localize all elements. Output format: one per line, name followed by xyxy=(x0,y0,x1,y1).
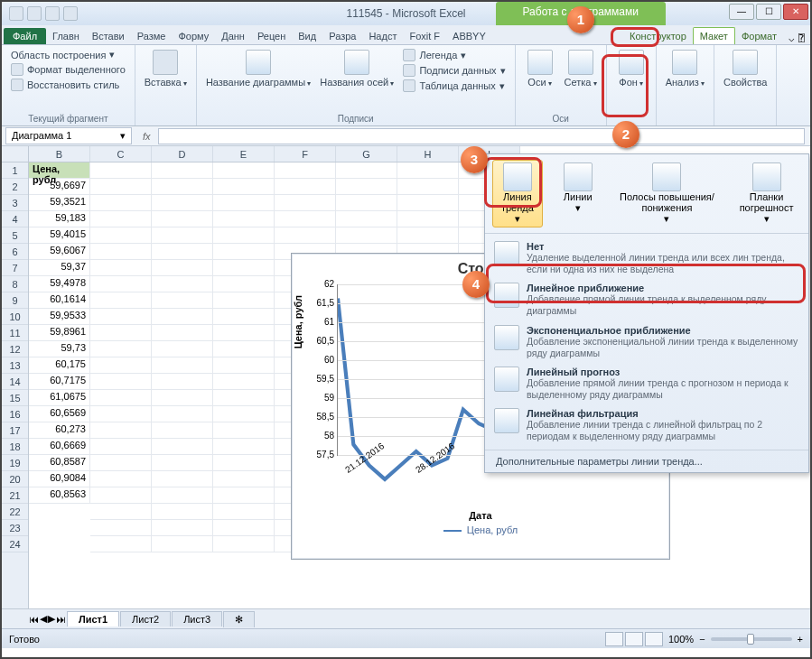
cell[interactable] xyxy=(213,406,275,422)
cell[interactable] xyxy=(90,504,152,520)
close-button[interactable]: ✕ xyxy=(783,4,808,20)
cell-B4[interactable]: 59,183 xyxy=(29,211,90,227)
cell[interactable] xyxy=(275,195,336,211)
cell[interactable] xyxy=(152,292,213,309)
cell[interactable] xyxy=(90,406,152,422)
cell-B8[interactable]: 59,4978 xyxy=(29,276,90,292)
row-header[interactable]: 17 xyxy=(2,422,28,439)
cell[interactable] xyxy=(90,276,152,292)
trendline-option-2[interactable]: Экспоненциальное приближениеДобавление э… xyxy=(485,321,808,363)
cell[interactable] xyxy=(152,357,213,374)
cell[interactable] xyxy=(213,422,275,439)
error-bars-dropdown[interactable]: Планки погрешност ▾ xyxy=(732,160,801,227)
sheet-tab-3[interactable]: Лист3 xyxy=(172,611,222,627)
cell[interactable] xyxy=(152,455,213,471)
cell[interactable] xyxy=(90,227,152,244)
legend-button[interactable]: Легенда ▾ xyxy=(399,48,509,62)
cell[interactable] xyxy=(90,325,152,341)
col-header-D[interactable]: D xyxy=(152,146,213,162)
cell[interactable] xyxy=(213,357,275,374)
cell-B12[interactable]: 59,73 xyxy=(29,341,90,357)
cell-B11[interactable]: 59,8961 xyxy=(29,325,90,341)
cell[interactable] xyxy=(152,471,213,487)
cell[interactable] xyxy=(90,374,152,390)
data-labels-button[interactable]: Подписи данных ▾ xyxy=(399,63,509,78)
cell[interactable] xyxy=(152,341,213,357)
lines-dropdown[interactable]: Линии ▾ xyxy=(554,160,602,217)
cell[interactable] xyxy=(213,309,275,325)
cell[interactable] xyxy=(152,487,213,504)
cell[interactable] xyxy=(90,341,152,357)
cell[interactable] xyxy=(90,195,152,211)
cell[interactable] xyxy=(90,455,152,471)
save-icon[interactable] xyxy=(27,6,42,21)
cell-B3[interactable]: 59,3521 xyxy=(29,195,90,211)
gridlines-button[interactable]: Сетка xyxy=(561,48,601,89)
ribbon-help-icon[interactable]: ⌵ ⍰ xyxy=(783,32,810,44)
cell-B6[interactable]: 59,6067 xyxy=(29,244,90,260)
cell[interactable] xyxy=(397,179,459,195)
row-header[interactable]: 2 xyxy=(2,179,28,195)
row-header[interactable]: 6 xyxy=(2,244,28,260)
cell[interactable] xyxy=(275,211,336,227)
row-header[interactable]: 1 xyxy=(2,162,28,179)
cell[interactable] xyxy=(397,211,459,227)
cell[interactable] xyxy=(213,520,275,536)
cell[interactable] xyxy=(90,211,152,227)
sheet-nav-prev[interactable]: ◀ xyxy=(40,613,47,625)
minimize-button[interactable]: — xyxy=(729,4,754,20)
cell[interactable] xyxy=(152,162,213,179)
tab-file[interactable]: Файл xyxy=(4,28,46,44)
row-header[interactable]: 11 xyxy=(2,325,28,341)
cell-B5[interactable]: 59,4015 xyxy=(29,227,90,244)
tab-addins[interactable]: Надст xyxy=(362,28,403,44)
tab-design[interactable]: Конструктор xyxy=(623,28,693,44)
col-header-B[interactable]: B xyxy=(29,146,90,162)
cell[interactable] xyxy=(213,244,275,260)
row-header[interactable]: 13 xyxy=(2,357,28,374)
row-header[interactable]: 4 xyxy=(2,211,28,227)
cell[interactable] xyxy=(213,536,275,552)
cell[interactable] xyxy=(90,179,152,195)
cell[interactable] xyxy=(90,244,152,260)
cell[interactable] xyxy=(397,162,459,179)
row-header[interactable]: 22 xyxy=(2,504,28,520)
cell-B19[interactable]: 60,8587 xyxy=(29,455,90,471)
cell-B2[interactable]: 59,6697 xyxy=(29,179,90,195)
formula-bar[interactable] xyxy=(158,128,805,144)
row-header[interactable]: 18 xyxy=(2,439,28,455)
cell[interactable] xyxy=(152,406,213,422)
col-header-G[interactable]: G xyxy=(336,146,397,162)
cell[interactable] xyxy=(213,471,275,487)
cell[interactable] xyxy=(152,390,213,406)
cell-B14[interactable]: 60,7175 xyxy=(29,374,90,390)
cell[interactable] xyxy=(90,309,152,325)
zoom-level[interactable]: 100% xyxy=(668,634,694,645)
sheet-nav-next[interactable]: ▶ xyxy=(48,613,55,625)
cell[interactable] xyxy=(90,520,152,536)
maximize-button[interactable]: ☐ xyxy=(756,4,781,20)
cell[interactable] xyxy=(336,162,397,179)
cell[interactable] xyxy=(397,227,459,244)
cell[interactable] xyxy=(152,325,213,341)
col-header-E[interactable]: E xyxy=(213,146,275,162)
cell[interactable] xyxy=(213,179,275,195)
zoom-out-button[interactable]: − xyxy=(699,634,705,645)
fx-label[interactable]: fx xyxy=(135,131,158,142)
tab-pagelayout[interactable]: Разме xyxy=(131,28,173,44)
cell[interactable] xyxy=(152,536,213,552)
col-header-F[interactable]: F xyxy=(275,146,336,162)
cell-B9[interactable]: 60,1614 xyxy=(29,292,90,309)
new-sheet-button[interactable]: ✻ xyxy=(223,611,255,627)
background-button[interactable]: Фон xyxy=(612,48,650,89)
cell[interactable] xyxy=(90,357,152,374)
row-header[interactable]: 20 xyxy=(2,471,28,487)
more-trendline-options[interactable]: Дополнительные параметры линии тренда... xyxy=(485,450,808,472)
cell[interactable] xyxy=(213,195,275,211)
cell-B1[interactable]: Цена, рубл xyxy=(29,162,90,179)
cell[interactable] xyxy=(152,374,213,390)
tab-data[interactable]: Данн xyxy=(215,28,251,44)
cell-B13[interactable]: 60,175 xyxy=(29,357,90,374)
cell[interactable] xyxy=(90,536,152,552)
cell[interactable] xyxy=(152,244,213,260)
